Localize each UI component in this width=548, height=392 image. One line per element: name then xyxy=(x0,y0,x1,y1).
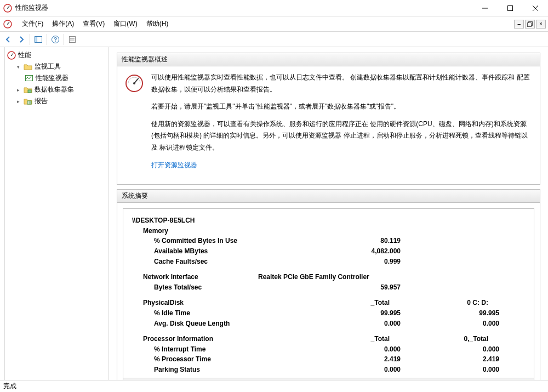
svg-rect-11 xyxy=(35,36,37,42)
disk-idle-label: % Idle Time xyxy=(154,308,302,319)
net-label: Network Interface xyxy=(143,272,258,282)
tree-node-monitoring-tools[interactable]: ▾ 监视工具 xyxy=(5,61,109,72)
net-bytes-label: Bytes Total/sec xyxy=(154,282,302,293)
net-instance: Realtek PCIe GbE Family Controller xyxy=(258,272,369,282)
mem-cache-value: 0.999 xyxy=(302,257,401,267)
properties-button[interactable] xyxy=(66,33,78,46)
disk-queue-v1: 0.000 xyxy=(302,319,401,329)
status-text: 完成 xyxy=(3,382,16,391)
overview-header: 性能监视器概述 xyxy=(117,53,540,66)
net-bytes-value: 59.957 xyxy=(302,282,401,293)
open-resource-monitor-link[interactable]: 打开资源监视器 xyxy=(151,161,197,169)
disk-queue-label: Avg. Disk Queue Length xyxy=(154,319,302,329)
tree-pane: 性能 ▾ 监视工具 性能监视器 ▸ 数据收集器集 ▸ 报告 xyxy=(5,47,109,380)
scroll-track[interactable] xyxy=(133,378,524,380)
tree-node-perfmon[interactable]: 性能监视器 xyxy=(5,72,109,84)
host-name: \\DESKTOP-8E5LCH xyxy=(132,215,195,226)
proc-park-v1: 0.000 xyxy=(302,365,401,375)
title-bar: 性能监视器 xyxy=(0,0,548,16)
disk-label: PhysicalDisk xyxy=(143,298,291,308)
perfmon-icon xyxy=(25,74,33,83)
svg-text:?: ? xyxy=(54,37,57,43)
overview-text: 可以使用性能监视器实时查看性能数据，也可以从日志文件中查看。 创建数据收集器集以… xyxy=(151,72,532,177)
svg-rect-9 xyxy=(528,22,532,26)
summary-content: \\DESKTOP-8E5LCH Memory % Committed Byte… xyxy=(123,209,534,378)
disk-col-inst: 0 C: D: xyxy=(390,298,488,308)
content-area: 性能 ▾ 监视工具 性能监视器 ▸ 数据收集器集 ▸ 报告 性能监视器概述 xyxy=(0,47,548,380)
tree-perfmon-label: 性能监视器 xyxy=(36,73,68,83)
svg-point-7 xyxy=(7,24,8,25)
reports-icon xyxy=(24,97,32,106)
proc-time-label: % Processor Time xyxy=(154,354,302,365)
proc-intr-v2: 0.000 xyxy=(401,344,499,355)
minimize-button[interactable] xyxy=(472,0,498,16)
tree-node-collector-sets[interactable]: ▸ 数据收集器集 xyxy=(5,84,109,95)
window-title: 性能监视器 xyxy=(15,3,472,13)
mdi-minimize-button[interactable]: ‒ xyxy=(514,20,524,29)
tree-tools-label: 监视工具 xyxy=(35,62,61,71)
scroll-right-button[interactable]: ► xyxy=(524,378,534,380)
svg-rect-21 xyxy=(27,101,31,104)
expand-icon[interactable]: ▸ xyxy=(15,87,21,93)
console-icon xyxy=(3,20,12,29)
overview-p1: 可以使用性能监视器实时查看性能数据，也可以从日志文件中查看。 创建数据收集器集以… xyxy=(151,72,532,95)
disk-queue-v2: 0.000 xyxy=(401,319,499,329)
proc-col-total: _Total xyxy=(291,334,390,344)
menu-view[interactable]: 查看(V) xyxy=(78,17,109,31)
proc-label: Processor Information xyxy=(143,334,291,344)
proc-park-label: Parking Status xyxy=(154,365,302,375)
proc-time-v2: 2.419 xyxy=(401,354,499,365)
disk-col-total: _Total xyxy=(291,298,390,308)
back-button[interactable] xyxy=(2,33,14,46)
main-pane: 性能监视器概述 可以使用性能监视器实时查看性能数据，也可以从日志文件中查看。 创… xyxy=(109,47,548,380)
folder-icon xyxy=(24,63,32,71)
proc-time-v3: 3.199 xyxy=(499,354,534,365)
collector-icon xyxy=(24,86,32,94)
svg-point-18 xyxy=(11,55,12,56)
menu-bar: 文件(F) 操作(A) 查看(V) 窗口(W) 帮助(H) ‒ × xyxy=(0,16,548,32)
scroll-left-button[interactable]: ◄ xyxy=(123,378,133,380)
summary-header: 系统摘要 xyxy=(117,190,540,203)
mdi-close-button[interactable]: × xyxy=(536,20,546,29)
menu-action[interactable]: 操作(A) xyxy=(48,17,78,31)
horizontal-scrollbar[interactable]: ◄ ► xyxy=(123,378,534,380)
mem-avail-value: 4,082.000 xyxy=(302,246,401,257)
menu-window[interactable]: 窗口(W) xyxy=(109,17,141,31)
svg-rect-20 xyxy=(28,90,31,93)
mdi-controls: ‒ × xyxy=(514,20,548,29)
svg-point-25 xyxy=(133,82,135,84)
memory-label: Memory xyxy=(143,226,168,236)
forward-button[interactable] xyxy=(15,33,27,46)
mem-avail-label: Available MBytes xyxy=(154,246,302,257)
perfmon-large-icon xyxy=(125,74,144,93)
expand-icon[interactable]: ▸ xyxy=(15,98,21,105)
perf-root-icon xyxy=(7,51,16,60)
toolbar-separator xyxy=(47,34,47,45)
proc-intr-v3: 0.000 xyxy=(499,344,534,355)
menu-help[interactable]: 帮助(H) xyxy=(142,17,173,31)
show-hide-tree-button[interactable] xyxy=(32,33,44,46)
help-button[interactable]: ? xyxy=(49,33,61,46)
mem-pct-committed-value: 80.119 xyxy=(302,236,401,246)
mem-pct-committed-label: % Committed Bytes In Use xyxy=(154,236,302,246)
svg-point-1 xyxy=(7,8,8,9)
proc-park-v2: 0.000 xyxy=(401,365,499,375)
tree-collector-label: 数据收集器集 xyxy=(35,85,74,94)
tree-root-label: 性能 xyxy=(18,50,31,60)
close-button[interactable] xyxy=(523,0,548,16)
left-gutter xyxy=(0,47,5,380)
proc-park-v3: 0.000 xyxy=(499,365,534,375)
mdi-restore-button[interactable] xyxy=(525,20,535,29)
summary-section: 系统摘要 \\DESKTOP-8E5LCH Memory % Committed… xyxy=(117,189,540,380)
tree-root-performance[interactable]: 性能 xyxy=(5,49,109,61)
expand-icon[interactable]: ▾ xyxy=(15,64,21,70)
tree-reports-label: 报告 xyxy=(35,96,48,106)
toolbar-separator xyxy=(64,34,64,45)
overview-p2: 若要开始，请展开"监视工具"并单击"性能监视器"，或者展开"数据收集器集"或"报… xyxy=(151,101,532,113)
proc-intr-label: % Interrupt Time xyxy=(154,344,302,355)
tree-node-reports[interactable]: ▸ 报告 xyxy=(5,95,109,107)
maximize-button[interactable] xyxy=(498,0,523,16)
proc-col-inst2: 0,0 xyxy=(488,334,534,344)
menu-file[interactable]: 文件(F) xyxy=(18,17,48,31)
svg-rect-3 xyxy=(508,5,513,10)
